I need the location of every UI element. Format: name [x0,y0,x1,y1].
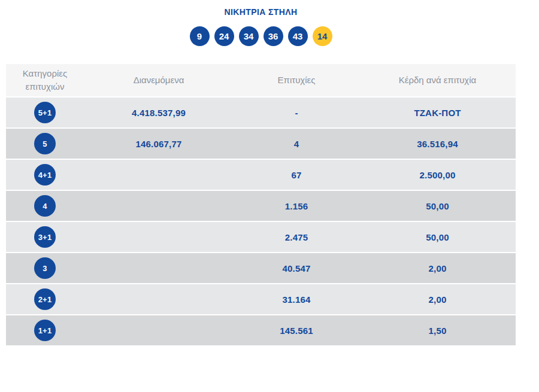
winners-value: 4 [234,129,359,159]
table-row: 1+1 145.561 1,50 [6,315,516,347]
prize-value: 1,50 [359,315,516,345]
prize-value: 50,00 [359,222,516,252]
header-prize-per-winner: Κέρδη ανά επιτυχία [359,64,516,96]
distributed-value: 146.067,77 [84,129,234,159]
winning-number-ball: 24 [214,26,234,46]
prize-value: 50,00 [359,191,516,221]
category-badge: 3+1 [34,226,56,248]
header-winners: Επιτυχίες [234,64,359,96]
category-cell: 5+1 [6,98,84,127]
category-badge: 4+1 [34,164,56,186]
distributed-value [84,160,234,190]
table-row: 5+1 4.418.537,99 - ΤΖΑΚ-ΠΟΤ [6,98,516,129]
category-badge: 1+1 [34,320,56,341]
winning-number-ball: 43 [288,26,308,46]
header-categories: Κατηγορίες επιτυχιών [6,64,84,96]
distributed-value [84,253,234,283]
distributed-value [84,315,234,345]
table-row: 3+1 2.475 50,00 [6,222,516,253]
category-cell: 4+1 [6,160,84,190]
results-table-body: 5+1 4.418.537,99 - ΤΖΑΚ-ΠΟΤ 5 146.067,77… [6,98,516,347]
distributed-value [84,222,234,252]
distributed-value: 4.418.537,99 [84,98,234,127]
results-table: Κατηγορίες επιτυχιών Διανεμόμενα Επιτυχί… [6,64,516,347]
winners-value: 31.164 [234,284,359,314]
prize-value: 2.500,00 [359,160,516,190]
prize-value: 2,00 [359,253,516,283]
results-table-header: Κατηγορίες επιτυχιών Διανεμόμενα Επιτυχί… [6,64,516,98]
lottery-results-page: ΝΙΚΗΤΡΙΑ ΣΤΗΛΗ 92434364314 Κατηγορίες επ… [0,0,539,392]
header-distributed: Διανεμόμενα [84,64,234,96]
category-cell: 5 [6,129,84,159]
category-badge: 5+1 [34,102,56,123]
table-row: 3 40.547 2,00 [6,253,516,284]
table-row: 4 1.156 50,00 [6,191,516,222]
section-title: ΝΙΚΗΤΡΙΑ ΣΤΗΛΗ [6,7,516,17]
winning-number-ball: 36 [264,26,283,46]
winners-value: 2.475 [234,222,359,252]
prize-value: 36.516,94 [359,129,516,159]
winners-value: 145.561 [234,315,359,345]
winning-numbers: 92434364314 [6,26,516,46]
category-cell: 3 [6,253,84,283]
distributed-value [84,284,234,314]
category-badge: 3 [34,257,56,279]
winners-value: 1.156 [234,191,359,221]
prize-value: ΤΖΑΚ-ΠΟΤ [359,98,516,127]
category-badge: 5 [34,133,56,154]
winning-number-ball-bonus: 14 [313,26,332,46]
category-cell: 1+1 [6,315,84,345]
table-row: 2+1 31.164 2,00 [6,284,516,315]
winning-number-ball: 34 [239,26,259,46]
category-cell: 3+1 [6,222,84,252]
winners-value: 40.547 [234,253,359,283]
table-row: 5 146.067,77 4 36.516,94 [6,129,516,160]
category-badge: 4 [34,195,56,217]
category-badge: 2+1 [34,288,56,310]
winning-column-section: ΝΙΚΗΤΡΙΑ ΣΤΗΛΗ 92434364314 [6,7,516,46]
winners-value: - [234,98,359,127]
category-cell: 4 [6,191,84,221]
winners-value: 67 [234,160,359,190]
category-cell: 2+1 [6,284,84,314]
distributed-value [84,191,234,221]
table-row: 4+1 67 2.500,00 [6,160,516,191]
winning-number-ball: 9 [190,26,210,46]
prize-value: 2,00 [359,284,516,314]
